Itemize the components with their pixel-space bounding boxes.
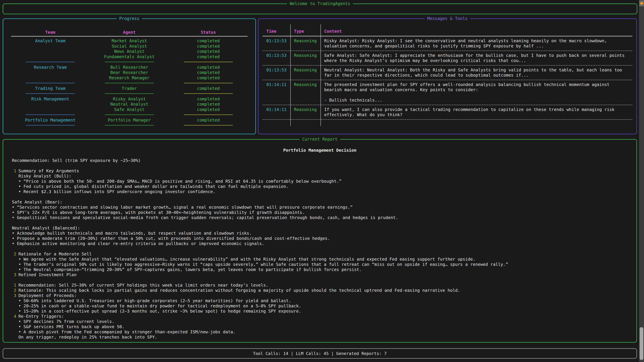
status-cell: completed [169, 70, 248, 75]
rule-segment [184, 93, 233, 94]
table-row: News Analystcompleted [11, 49, 248, 54]
rule-segment [184, 83, 233, 83]
scroll-indicator [639, 0, 644, 6]
notification-dot-icon [640, 2, 643, 5]
report-line: • 50–60% into laddered U.S. Treasuries o… [12, 298, 630, 303]
agent-cell: Safe Analyst [90, 107, 169, 112]
report-text [12, 277, 14, 283]
report-line: • Geopolitical tensions and speculative … [12, 215, 630, 220]
report-line: Neutral Analyst (Balanced): [12, 225, 630, 231]
table-tail [263, 120, 632, 126]
section-rule [11, 123, 248, 128]
report-line: • Recent $2.3 billion inflows into SPY u… [12, 189, 630, 194]
scrollbar[interactable] [639, 0, 644, 362]
list-number: 2 [12, 251, 16, 257]
report-text: • SPY’s 22× P/E is above long-term avera… [12, 210, 305, 215]
report-line: Safe Analyst (Bear): [12, 199, 630, 205]
report-text: Summary of Key Arguments [18, 168, 79, 173]
report-text: Safe Analyst (Bear): [12, 199, 62, 205]
table-row: Research TeamBull Researchercompleted [11, 65, 248, 70]
list-number: 3 [12, 272, 16, 277]
list-number: 4 [12, 314, 16, 319]
table-row: Bear Researchercompleted [11, 70, 248, 75]
rule-segment [105, 62, 154, 62]
status-cell: completed [169, 117, 248, 123]
report-line: 4Re-Entry Triggers: [12, 314, 630, 319]
report-line [12, 163, 630, 168]
report-line: • SPY’s 22× P/E is above long-term avera… [12, 210, 630, 215]
table-row: Risk ManagementRisky Analystcompleted [11, 96, 248, 102]
status-cell: completed [169, 54, 248, 59]
table-row: Research Managercompleted [11, 75, 248, 81]
report-text: • The Neutral compromise—“trimming 20–30… [18, 267, 362, 272]
stats-text: Tool Calls: 14 | LLM Calls: 45 | Generat… [253, 351, 387, 356]
rule-segment [184, 62, 233, 62]
rule-segment [184, 114, 233, 115]
report-text [12, 194, 14, 199]
report-text: Re-Entry Triggers: [18, 314, 64, 319]
agent-cell: Risky Analyst [90, 96, 169, 102]
scrollbar-thumb[interactable] [640, 327, 643, 360]
report-text: Recommendation: Sell (trim SPY exposure … [12, 158, 141, 163]
agent-cell: Bull Researcher [90, 65, 169, 70]
progress-panel: Progress Team Agent Status Analyst TeamM… [3, 18, 256, 134]
status-cell: completed [169, 86, 248, 91]
time-cell: 01:14:11 [263, 80, 290, 105]
table-row: Trading TeamTradercompleted [11, 86, 248, 91]
time-cell: 01:13:53 [263, 51, 290, 65]
report-text: On any trigger, redeploy in 25% tranches… [18, 335, 157, 340]
rule-segment [105, 125, 154, 125]
report-line: • A dovish pivot from the Fed accompanie… [12, 329, 630, 335]
report-text: • Geopolitical tensions and speculative … [12, 215, 398, 220]
report-line [12, 277, 630, 283]
report-heading: Portfolio Management Decision [3, 148, 636, 153]
status-cell: completed [169, 102, 248, 107]
section-rule [11, 80, 248, 86]
progress-table: Team Agent Status Analyst TeamMarket Ana… [11, 29, 248, 128]
report-text [12, 220, 14, 225]
table-row: Neutral Analystcompleted [11, 102, 248, 107]
report-text: Deployment of Proceeds: [18, 293, 76, 298]
report-text: • Emphasize active monitoring and clear … [12, 241, 264, 246]
report-text: • The trader’s original 50% cut is likel… [18, 262, 508, 267]
list-number: 1 [12, 168, 16, 173]
rule-segment [26, 62, 75, 62]
team-cell: Analyst Team [11, 38, 90, 43]
content-cell: If you want, I can also provide a tactic… [320, 105, 632, 119]
report-line: • The trader’s original 50% cut is likel… [12, 262, 630, 267]
type-cell: Reasoning [290, 80, 320, 105]
team-cell: Research Team [11, 65, 90, 70]
column-header-content: Content [320, 29, 632, 36]
column-header-status: Status [169, 30, 248, 35]
agent-cell: Fundamentals Analyst [90, 54, 169, 59]
rule-segment [105, 93, 154, 94]
agent-cell: Trader [90, 86, 169, 91]
report-text: • SPY declines 7% from current levels. [18, 319, 114, 324]
column-header-type: Type [290, 29, 320, 36]
rule-segment [105, 114, 154, 115]
report-line [12, 194, 630, 199]
report-text: • 20–25% in cash or a stable-value fund … [18, 303, 301, 309]
report-text: Neutral Analyst (Balanced): [12, 225, 80, 231]
report-body: Recommendation: Sell (trim SPY exposure … [12, 158, 630, 340]
type-cell: Reasoning [290, 65, 320, 80]
report-text: • “Price is above both the 50- and 200-d… [18, 179, 342, 184]
agent-cell: Research Manager [90, 75, 169, 80]
report-text [12, 163, 14, 168]
report-line: • 15–20% in a cost-effective put spread … [12, 309, 630, 314]
report-line [12, 220, 630, 225]
agent-cell: Social Analyst [90, 43, 169, 49]
report-line: • “Price is above both the 50- and 200-d… [12, 179, 630, 184]
report-line: • 20–25% in cash or a stable-value fund … [12, 303, 630, 309]
status-cell: completed [169, 107, 248, 112]
type-cell: Reasoning [290, 51, 320, 65]
report-text: • 15–20% in a cost-effective put spread … [18, 309, 301, 314]
report-line: • Emphasize active monitoring and clear … [12, 241, 630, 246]
report-line: 1Recommendation: Sell 25–30% of current … [12, 283, 630, 288]
status-cell: completed [169, 38, 248, 43]
messages-panel-title: Messages & Tools [425, 16, 470, 21]
rule-segment [105, 83, 154, 83]
status-cell: completed [169, 65, 248, 70]
rule-segment [26, 83, 75, 83]
time-cell: 01:13:53 [263, 65, 290, 80]
